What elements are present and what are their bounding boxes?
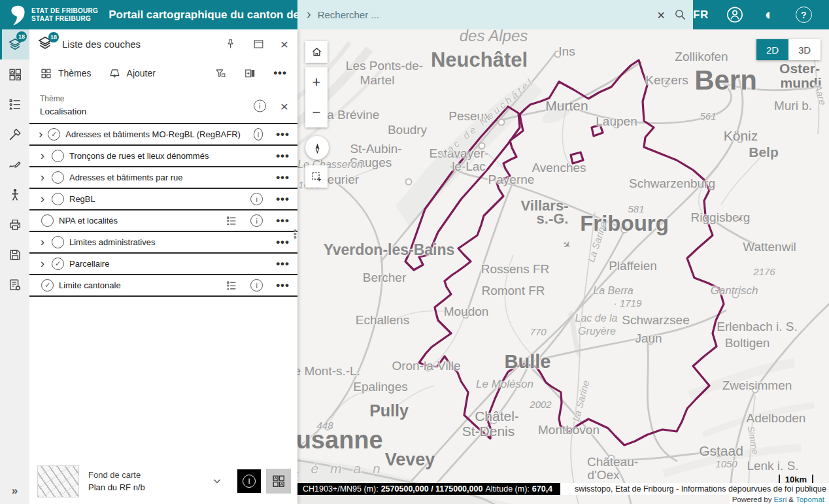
language-button[interactable]: FR — [693, 8, 709, 22]
expand-chevron-icon[interactable]: › — [36, 149, 49, 161]
header-brand: ETAT DE FRIBOURG STAAT FREIBURG Portail … — [0, 0, 297, 29]
layer-label[interactable]: Adresses et bâtiments MO-RegBL (RegBAFR) — [65, 129, 241, 139]
layer-menu-icon[interactable]: ••• — [276, 279, 290, 292]
toggle-2d-button[interactable]: 2D — [756, 39, 788, 60]
themes-button[interactable]: Thèmes — [40, 67, 92, 80]
sidebar-item-draw[interactable] — [0, 150, 29, 180]
sidebar-item-tools[interactable] — [0, 120, 29, 150]
basemap-text: Fond de carte Plan du RF n/b — [88, 469, 145, 494]
expand-chevron-icon[interactable]: › — [36, 257, 49, 269]
layer-legend-icon[interactable] — [226, 280, 237, 292]
sidebar-item-forms[interactable] — [0, 270, 29, 300]
close-panel-icon[interactable]: × — [280, 37, 288, 51]
zoom-out-button[interactable]: − — [305, 97, 328, 127]
help-icon[interactable]: ? — [796, 7, 812, 23]
sidebar-expand-button[interactable]: » — [0, 484, 29, 497]
layer-visibility-toggle[interactable] — [41, 214, 54, 227]
layer-info-icon[interactable]: i — [250, 214, 263, 227]
expand-chevron-icon[interactable]: › — [36, 171, 49, 183]
layer-label[interactable]: NPA et localités — [59, 216, 118, 226]
sidebar-item-layers[interactable]: 18 — [0, 29, 29, 59]
layer-label[interactable]: RegBL — [69, 194, 95, 204]
search-icon[interactable] — [674, 8, 686, 21]
layer-label[interactable]: Limite cantonale — [59, 280, 121, 290]
filter-layers-icon[interactable] — [214, 67, 227, 80]
compass-button[interactable] — [305, 136, 329, 160]
esri-link[interactable]: Esri — [773, 496, 787, 503]
layer-info-icon[interactable]: i — [254, 128, 263, 141]
sidebar-item-print[interactable] — [0, 210, 29, 240]
pin-panel-icon[interactable] — [224, 38, 237, 50]
layer-visibility-toggle[interactable] — [52, 236, 64, 248]
layers-icon: 18 — [37, 35, 54, 52]
layer-panel: 18 Liste des couches × Thèmes — [29, 29, 297, 504]
sidebar-item-legend[interactable] — [0, 90, 29, 120]
draw-measure-icon — [8, 158, 22, 172]
map-graphics — [297, 29, 829, 504]
basemap-gallery-button[interactable] — [266, 469, 291, 494]
toggle-3d-button[interactable]: 3D — [788, 39, 821, 60]
account-icon[interactable] — [726, 7, 743, 24]
contrast-icon[interactable]: ◐ — [761, 7, 778, 24]
select-extent-button[interactable] — [305, 165, 328, 188]
map-canvas[interactable]: des AlpesLes Ponts-de-MartelNeuchâtelLa … — [297, 29, 829, 504]
theme-info-icon[interactable]: i — [254, 99, 266, 112]
layer-info-icon[interactable]: i — [250, 279, 263, 292]
layer-legend-icon[interactable] — [226, 215, 237, 227]
expand-chevron-icon[interactable]: › — [36, 235, 49, 248]
layer-menu-icon[interactable]: ••• — [276, 236, 290, 249]
layer-label[interactable]: Tronçons de rues et lieux dénommés — [69, 151, 209, 161]
layer-label[interactable]: Parcellaire — [69, 259, 109, 269]
layer-menu-icon[interactable]: ••• — [276, 128, 290, 141]
app-window: ETAT DE FRIBOURG STAAT FREIBURG Portail … — [0, 0, 829, 504]
altitude-value: 670,4 — [532, 484, 552, 494]
save-icon — [8, 248, 22, 262]
layer-row: › ✓ Parcellaire ••• — [29, 254, 297, 275]
basemap-dropdown-chevron-icon[interactable] — [211, 475, 223, 487]
topomat-link[interactable]: Topomat — [796, 496, 824, 503]
theme-close-icon[interactable]: × — [280, 99, 288, 112]
layer-row: › Limites administratives ••• — [29, 232, 297, 254]
add-layer-button[interactable]: Ajouter — [109, 67, 156, 80]
basemap-thumbnail[interactable] — [37, 465, 79, 497]
coordinate-bar: CH1903+/MN95 (m): 2570500,000 / 1175000,… — [297, 483, 560, 495]
layer-menu-icon[interactable]: ••• — [276, 193, 290, 206]
add-layer-button-label: Ajouter — [127, 68, 156, 78]
zoom-in-button[interactable]: + — [305, 67, 328, 97]
person-icon — [8, 188, 22, 202]
layer-label[interactable]: Limites administratives — [69, 237, 156, 247]
sidebar-item-save[interactable] — [0, 240, 29, 270]
theme-section: Thème Localisation i × — [29, 88, 297, 124]
layer-visibility-toggle[interactable]: ✓ — [48, 128, 60, 141]
expand-chevron-icon[interactable]: › — [36, 127, 45, 140]
layer-visibility-toggle[interactable]: ✓ — [41, 279, 54, 292]
panel-resize-handle[interactable]: ••• — [294, 229, 297, 239]
zoom-controls: + − — [305, 67, 328, 127]
layer-menu-icon[interactable]: ••• — [276, 214, 290, 227]
search-expand-icon[interactable]: › — [307, 7, 311, 22]
layer-visibility-toggle[interactable] — [52, 193, 64, 205]
layer-menu-icon[interactable]: ••• — [276, 258, 290, 271]
search-clear-icon[interactable]: × — [657, 8, 665, 22]
expand-chevron-icon[interactable]: › — [36, 192, 49, 205]
layer-label[interactable]: Adresses et bâtiments par rue — [69, 173, 182, 182]
layer-visibility-toggle[interactable]: ✓ — [52, 258, 64, 270]
sidebar-item-streetview[interactable] — [0, 180, 29, 210]
hammer-icon — [8, 127, 22, 142]
layer-visibility-toggle[interactable] — [52, 171, 64, 184]
sidebar-item-maps[interactable] — [0, 59, 29, 90]
panel-more-menu[interactable]: ••• — [273, 67, 287, 80]
layer-info-icon[interactable]: i — [250, 193, 263, 205]
extent-select-icon — [311, 171, 323, 183]
popout-window-icon[interactable] — [252, 38, 265, 50]
layer-visibility-toggle[interactable] — [52, 150, 64, 162]
compass-needle-icon — [311, 142, 324, 154]
search-input[interactable] — [316, 8, 649, 21]
basemap-info-button[interactable]: i — [237, 469, 261, 493]
home-extent-button[interactable] — [305, 41, 328, 63]
theme-label: Thème — [40, 94, 287, 103]
compare-panels-icon[interactable] — [244, 67, 256, 80]
layer-menu-icon[interactable]: ••• — [276, 171, 290, 184]
layer-row: › ✓ Adresses et bâtiments MO-RegBL (RegB… — [29, 124, 297, 146]
layer-menu-icon[interactable]: ••• — [276, 150, 290, 163]
